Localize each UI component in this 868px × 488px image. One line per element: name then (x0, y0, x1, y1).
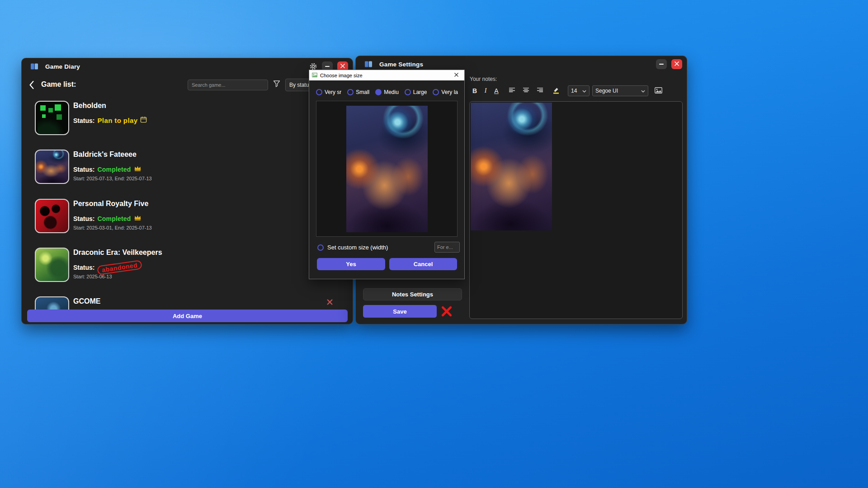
yes-button[interactable]: Yes (317, 258, 385, 270)
size-option-small[interactable]: Small (347, 89, 369, 95)
bold-button[interactable]: B (470, 86, 480, 95)
status-value: Completed (97, 166, 131, 173)
notes-editor[interactable] (469, 101, 683, 319)
game-row-royalty[interactable]: Personal Royalty Five Status: Completed … (35, 199, 347, 233)
align-right-icon (537, 87, 543, 94)
game-info: Baldrick's Fateeee Status: Completed Sta… (73, 150, 137, 184)
highlight-color-button[interactable] (551, 86, 561, 96)
search-input[interactable] (188, 80, 268, 90)
cancel-button[interactable]: Cancel (389, 258, 457, 270)
crown-icon (134, 214, 142, 223)
radio-icon (375, 89, 382, 95)
size-option-label: Large (413, 89, 427, 95)
minimize-icon (325, 66, 330, 67)
game-title: Baldrick's Fateeee (73, 150, 137, 159)
size-options: Very sr Small Mediu Large Very la (316, 89, 458, 95)
size-option-large[interactable]: Large (405, 89, 427, 95)
custom-width-input[interactable] (434, 242, 460, 253)
custom-size-option[interactable]: Set custom size (width) (317, 244, 388, 251)
game-title: Personal Royalty Five (73, 200, 148, 208)
abandoned-stamp: abandoned (97, 260, 143, 275)
font-size-value: 14 (571, 88, 577, 94)
dropdown-arrow-icon (582, 88, 586, 94)
insert-image-icon (655, 87, 662, 95)
italic-button[interactable]: I (481, 86, 490, 95)
game-settings-title: Game Settings (379, 61, 423, 68)
save-button[interactable]: Save (363, 305, 437, 318)
size-option-very-large[interactable]: Very la (433, 89, 458, 95)
radio-icon (317, 244, 324, 251)
size-option-label: Small (356, 89, 369, 95)
size-option-medium[interactable]: Mediu (375, 89, 399, 95)
game-thumbnail (35, 248, 69, 282)
status-label: Status: (73, 117, 94, 124)
status-label: Status: (73, 166, 94, 173)
size-option-label: Very la (441, 89, 458, 95)
dropdown-arrow-icon (641, 88, 645, 94)
game-status: Status: abandoned (73, 263, 142, 272)
dialog-titlebar: Choose image size (309, 70, 464, 80)
status-label: Status: (73, 215, 94, 222)
back-button[interactable] (28, 80, 35, 91)
crown-icon (134, 165, 142, 174)
status-label: Status: (73, 264, 94, 271)
game-row-baldrick[interactable]: Baldrick's Fateeee Status: Completed Sta… (35, 150, 347, 184)
game-diary-titlebar: Game Diary (22, 58, 353, 75)
game-status: Status: Plan to play (73, 116, 147, 125)
status-value: Completed (97, 215, 131, 222)
your-notes-label: Your notes: (470, 76, 497, 82)
radio-icon (405, 89, 411, 95)
font-family-value: Segoe UI (595, 88, 618, 94)
notes-embedded-image[interactable] (471, 103, 552, 230)
dialog-close-button[interactable] (451, 71, 462, 80)
game-thumbnail (35, 101, 69, 135)
game-list: Beholden Status: Plan to play Baldrick's… (22, 94, 353, 310)
size-option-very-small[interactable]: Very sr (316, 89, 341, 95)
red-x-icon (441, 312, 453, 319)
align-right-button[interactable] (535, 86, 545, 95)
align-left-icon (509, 87, 515, 94)
game-row-beholden[interactable]: Beholden Status: Plan to play (35, 101, 347, 135)
app-book-icon (364, 60, 373, 69)
game-dates: Start: 2025-07-13, End: 2025-07-13 (73, 176, 152, 181)
radio-icon (347, 89, 354, 95)
notes-toolbar: B I A 14 Segoe UI (470, 85, 664, 97)
close-button[interactable] (671, 59, 682, 69)
game-row-draconic[interactable]: Draconic Era: Veilkeepers Status: abando… (35, 248, 347, 282)
game-list-heading: Game list: (41, 80, 76, 89)
delete-game-button[interactable] (326, 299, 333, 307)
minimize-button[interactable] (656, 59, 667, 69)
align-center-button[interactable] (521, 86, 531, 95)
font-size-dropdown[interactable]: 14 (568, 85, 590, 96)
preview-image (346, 106, 428, 232)
align-center-icon (523, 87, 529, 94)
cancel-save-button[interactable] (441, 305, 453, 319)
game-title: Beholden (73, 102, 106, 110)
game-title: Draconic Era: Veilkeepers (73, 249, 162, 257)
align-left-button[interactable] (507, 86, 517, 95)
close-icon (454, 72, 459, 79)
dialog-title: Choose image size (320, 73, 363, 78)
custom-size-label: Set custom size (width) (327, 244, 388, 251)
add-game-button[interactable]: Add Game (27, 310, 348, 322)
insert-image-button[interactable] (653, 86, 664, 96)
game-info: Personal Royalty Five Status: Completed … (73, 199, 148, 233)
game-dates: Start: 2025-03-01, End: 2025-07-13 (73, 225, 152, 230)
game-thumbnail (35, 150, 69, 184)
font-family-dropdown[interactable]: Segoe UI (592, 85, 648, 96)
filter-funnel-icon[interactable] (273, 80, 280, 89)
size-option-label: Mediu (384, 89, 399, 95)
close-icon (340, 63, 345, 70)
image-preview-panel (316, 101, 458, 237)
size-option-label: Very sr (325, 89, 341, 95)
game-row-gcome[interactable]: GCOME (35, 296, 347, 310)
game-diary-title: Game Diary (45, 63, 80, 70)
game-info: Beholden Status: Plan to play (73, 101, 106, 135)
notes-settings-button[interactable]: Notes Settings (363, 288, 462, 300)
app-book-icon (30, 62, 39, 71)
game-thumbnail (35, 296, 69, 310)
underline-button[interactable]: A (491, 86, 501, 95)
game-title: GCOME (73, 297, 100, 305)
game-info: GCOME (73, 296, 100, 310)
delete-x-icon (326, 300, 333, 307)
